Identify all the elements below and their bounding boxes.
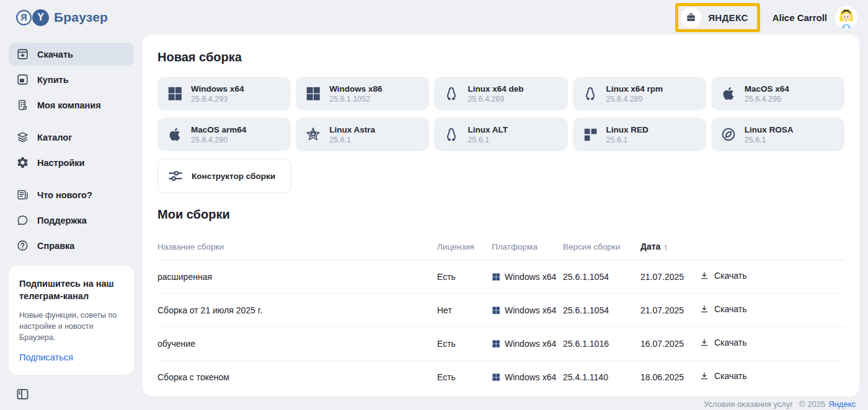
windows-logo-icon bbox=[492, 306, 500, 315]
table-row: Сборка с токеномЕстьWindows x6425.4.1.11… bbox=[157, 360, 844, 393]
date-cell: 21.07.2025 bbox=[640, 272, 699, 282]
user-avatar[interactable] bbox=[835, 6, 858, 29]
browser-y-icon: Y bbox=[32, 9, 49, 26]
download-build-link[interactable]: Скачать bbox=[699, 271, 747, 281]
sidebar-item-support[interactable]: Поддержка bbox=[9, 209, 134, 232]
build-version-cell: 25.4.1.1140 bbox=[563, 372, 640, 382]
table-body: расширеннаяЕстьWindows x6425.6.1.105421.… bbox=[157, 260, 844, 393]
build-tile-linux-x64-deb[interactable]: Linux x64 deb25.6.4.289 bbox=[434, 77, 567, 110]
build-tile-linux-x64-rpm[interactable]: Linux x64 rpm25.6.4.289 bbox=[573, 77, 706, 110]
build-version-cell: 25.6.1.1016 bbox=[563, 339, 640, 349]
column-header-date[interactable]: Дата↑ bbox=[640, 242, 699, 251]
tile-version: 25.6.1 bbox=[745, 136, 794, 144]
platform-cell: Windows x64 bbox=[492, 339, 563, 349]
collapse-row bbox=[0, 382, 143, 410]
company-building-icon bbox=[16, 98, 29, 111]
browser-logo[interactable]: Я Y Браузер bbox=[16, 9, 108, 26]
build-tile-macos-arm64[interactable]: MacOS arm6425.6.4.290 bbox=[157, 118, 291, 151]
organization-label: ЯНДЕКС bbox=[708, 12, 748, 23]
terms-of-service-link[interactable]: Условия оказания услуг bbox=[704, 399, 793, 409]
tile-name: Linux ALT bbox=[467, 125, 508, 134]
build-constructor-button[interactable]: Конструктор сборки bbox=[157, 159, 291, 193]
tile-name: Windows x64 bbox=[191, 84, 244, 94]
layers-icon bbox=[16, 131, 29, 144]
build-name-cell: Сборка от 21 июля 2025 г. bbox=[157, 305, 437, 315]
sidebar-item-help[interactable]: Справка bbox=[9, 234, 134, 257]
main-card: Новая сборка Windows x6425.6.4.293Window… bbox=[143, 35, 859, 396]
tile-name: Linux x64 rpm bbox=[606, 84, 663, 94]
download-build-link[interactable]: Скачать bbox=[699, 371, 747, 381]
top-bar: Я Y Браузер ЯНДЕКС Alice Carroll bbox=[0, 0, 868, 35]
tile-name: Linux RED bbox=[606, 125, 649, 134]
build-name-cell: Сборка с токеном bbox=[157, 372, 437, 382]
platform-cell: Windows x64 bbox=[492, 272, 563, 282]
build-name-cell: расширенная bbox=[157, 272, 437, 282]
tile-name: Linux ROSA bbox=[745, 125, 794, 134]
build-tile-windows-x64[interactable]: Windows x6425.6.4.293 bbox=[157, 77, 291, 110]
table-header: Название сборкиЛицензияПлатформаВерсия с… bbox=[157, 234, 844, 260]
download-build-link[interactable]: Скачать bbox=[699, 338, 747, 347]
tile-name: MacOS x64 bbox=[745, 84, 789, 94]
linux-tux-icon bbox=[443, 126, 459, 142]
user-name[interactable]: Alice Carroll bbox=[773, 12, 827, 23]
build-version-cell: 25.6.1.1054 bbox=[563, 305, 640, 315]
briefcase-icon bbox=[681, 7, 701, 28]
tile-version: 25.6.4.295 bbox=[745, 95, 789, 103]
subscribe-link[interactable]: Подписаться bbox=[19, 352, 73, 362]
column-header-license: Лицензия bbox=[437, 242, 492, 251]
build-tile-linux-alt[interactable]: Linux ALT25.6.1 bbox=[434, 118, 567, 151]
build-tile-linux-astra[interactable]: Linux Astra25.6.1 bbox=[296, 118, 429, 151]
sidebar-item-settings[interactable]: Настройки bbox=[9, 151, 134, 174]
sidebar-item-my-company[interactable]: Моя компания bbox=[9, 94, 134, 116]
build-tile-linux-red[interactable]: Linux RED25.6.1 bbox=[573, 118, 706, 151]
tile-version: 25.6.1 bbox=[606, 136, 649, 144]
date-cell: 18.06.2025 bbox=[640, 372, 699, 382]
tile-name: MacOS arm64 bbox=[191, 125, 246, 134]
telegram-card-description: Новые функции, советы по настройке и нов… bbox=[19, 310, 123, 343]
build-tile-windows-x86[interactable]: Windows x8625.6.1.1052 bbox=[296, 77, 429, 110]
copyright-text: © 2025 bbox=[799, 399, 825, 409]
download-icon bbox=[699, 304, 709, 314]
sidebar-item-label: Настройки bbox=[37, 158, 85, 168]
tile-name: Windows x86 bbox=[329, 84, 382, 94]
sidebar-item-download[interactable]: Скачать bbox=[9, 43, 134, 66]
telegram-card-title: Подпишитесь на наш телеграм-канал bbox=[19, 277, 123, 303]
apple-icon bbox=[720, 85, 737, 102]
build-version-cell: 25.6.1.1054 bbox=[563, 272, 640, 282]
windows-icon bbox=[167, 85, 183, 102]
build-tile-linux-rosa[interactable]: Linux ROSA25.6.1 bbox=[711, 118, 844, 151]
windows-logo-icon bbox=[492, 373, 500, 382]
sidebar: СкачатьКупитьМоя компанияКаталогНастройк… bbox=[0, 35, 143, 410]
sidebar-item-whats-new[interactable]: Что нового? bbox=[9, 183, 134, 206]
sidebar-item-label: Скачать bbox=[37, 50, 73, 59]
my-builds-title: Мои сборки bbox=[157, 207, 844, 222]
windows-logo-icon bbox=[492, 339, 500, 348]
build-tile-macos-x64[interactable]: MacOS x6425.6.4.295 bbox=[711, 77, 844, 110]
download-box-icon bbox=[16, 48, 29, 61]
sidebar-item-catalog[interactable]: Каталог bbox=[9, 126, 134, 149]
date-cell: 21.07.2025 bbox=[640, 305, 699, 315]
download-build-link[interactable]: Скачать bbox=[699, 304, 747, 314]
download-icon bbox=[699, 338, 709, 347]
download-icon bbox=[699, 371, 709, 381]
platform-cell: Windows x64 bbox=[492, 305, 563, 315]
date-cell: 16.07.2025 bbox=[640, 339, 699, 349]
rosa-circle-icon bbox=[720, 126, 737, 142]
sidebar-item-label: Купить bbox=[37, 75, 69, 85]
sidebar-item-buy[interactable]: Купить bbox=[9, 68, 134, 91]
sidebar-item-label: Справка bbox=[37, 241, 74, 251]
table-row: расширеннаяЕстьWindows x6425.6.1.105421.… bbox=[157, 260, 844, 294]
tile-version: 25.6.4.289 bbox=[467, 95, 523, 103]
gear-icon bbox=[16, 156, 29, 169]
build-tiles-grid: Windows x6425.6.4.293Windows x8625.6.1.1… bbox=[157, 77, 844, 151]
sidebar-item-label: Каталог bbox=[37, 133, 72, 142]
question-circle-icon bbox=[16, 239, 29, 252]
collapse-sidebar-icon[interactable] bbox=[16, 387, 30, 401]
license-cell: Есть bbox=[437, 272, 492, 282]
astra-star-icon bbox=[305, 126, 321, 142]
table-row: обучениеЕстьWindows x6425.6.1.101616.07.… bbox=[157, 327, 844, 360]
header-right: ЯНДЕКС Alice Carroll bbox=[675, 3, 858, 32]
yandex-link[interactable]: Яндекс bbox=[828, 399, 856, 409]
organization-button[interactable]: ЯНДЕКС bbox=[680, 7, 756, 28]
tile-name: Linux Astra bbox=[329, 125, 375, 134]
